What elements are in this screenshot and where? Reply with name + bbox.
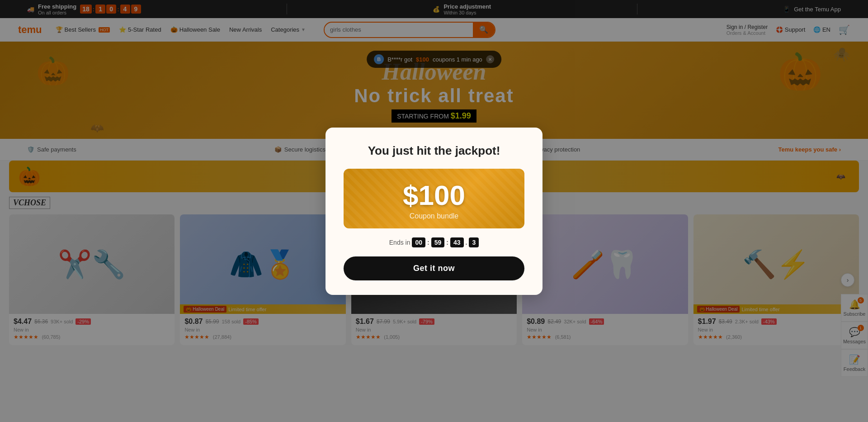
timer-ms: 3 xyxy=(469,237,479,247)
modal-overlay[interactable]: You just hit the jackpot! $100 Coupon bu… xyxy=(0,0,868,422)
modal-title: You just hit the jackpot! xyxy=(344,144,524,158)
timer-hours: 00 xyxy=(412,237,425,247)
modal-box: You just hit the jackpot! $100 Coupon bu… xyxy=(326,128,542,295)
timer-minutes: 59 xyxy=(431,237,445,247)
coupon-card: $100 Coupon bundle xyxy=(344,169,524,228)
ends-in-label: Ends in xyxy=(389,239,410,246)
timer-seconds: 43 xyxy=(450,237,464,247)
ends-in-row: Ends in 00 : 59 : 43 . 3 xyxy=(344,237,524,247)
get-it-now-button[interactable]: Get it now xyxy=(344,256,524,280)
coupon-texture xyxy=(344,169,524,228)
